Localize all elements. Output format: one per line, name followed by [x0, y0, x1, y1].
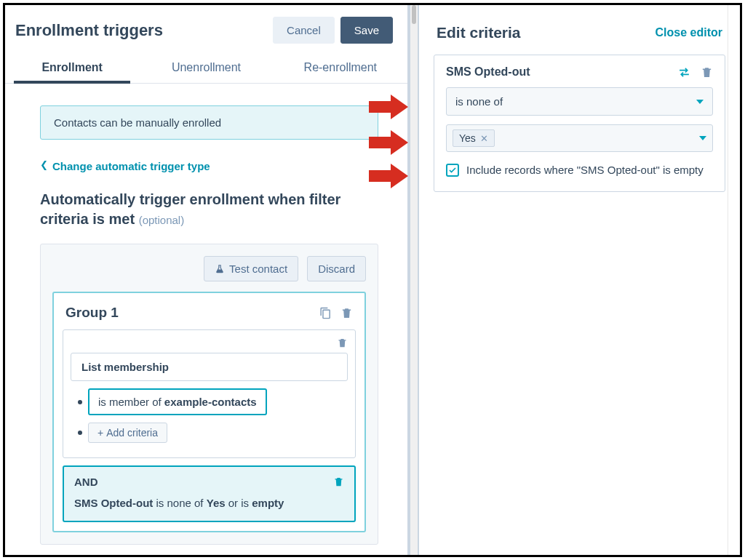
bullet-icon	[78, 400, 82, 404]
chevron-left-icon: ❯	[40, 161, 48, 172]
swap-icon[interactable]	[678, 66, 690, 79]
discard-button[interactable]: Discard	[307, 256, 366, 281]
and-criteria-block[interactable]: AND SMS Opted-out is none of Yes or is e…	[63, 465, 356, 522]
chevron-down-icon	[699, 136, 706, 140]
value-select[interactable]: Yes ✕	[446, 124, 713, 152]
filter-group: Group 1	[52, 292, 366, 532]
change-trigger-type-link[interactable]: ❯ Change automatic trigger type	[40, 160, 378, 172]
add-criteria-button[interactable]: + Add criteria	[88, 423, 167, 443]
tabs: Enrollment Unenrollment Re-enrollment	[5, 51, 407, 84]
edit-criteria-card: SMS Opted-out is none of Yes ✕	[434, 55, 725, 192]
bullet-icon	[78, 431, 82, 435]
value-tag: Yes ✕	[453, 129, 495, 147]
trash-icon[interactable]	[337, 337, 348, 348]
optional-label: (optional)	[139, 214, 185, 226]
remove-tag-icon[interactable]: ✕	[480, 133, 488, 144]
flask-icon	[215, 264, 225, 274]
tab-reenrollment[interactable]: Re-enrollment	[274, 51, 407, 83]
annotation-arrow-icon	[369, 95, 408, 119]
list-membership-label: List membership	[71, 353, 348, 381]
tab-unenrollment[interactable]: Unenrollment	[139, 51, 273, 83]
save-button[interactable]: Save	[340, 17, 393, 44]
annotation-arrow-icon	[369, 130, 408, 155]
include-empty-checkbox[interactable]	[446, 164, 459, 177]
trash-icon[interactable]	[340, 307, 353, 319]
chevron-down-icon	[696, 100, 704, 104]
trash-icon[interactable]	[701, 66, 713, 79]
cancel-button[interactable]: Cancel	[273, 17, 335, 44]
test-contact-button[interactable]: Test contact	[204, 256, 298, 281]
include-empty-label: Include records where "SMS Opted-out" is…	[466, 162, 704, 178]
close-editor-link[interactable]: Close editor	[656, 26, 722, 39]
tab-enrollment[interactable]: Enrollment	[5, 51, 139, 83]
criteria-chip[interactable]: is member of example-contacts	[88, 388, 267, 415]
annotation-arrow-icon	[369, 164, 408, 188]
change-trigger-type-label: Change automatic trigger type	[52, 160, 210, 172]
operator-select[interactable]: is none of	[446, 87, 713, 116]
vertical-scrollbar-right[interactable]	[728, 5, 740, 555]
vertical-scrollbar[interactable]	[409, 5, 419, 555]
page-title: Enrollment triggers	[15, 21, 267, 40]
and-criteria-text: SMS Opted-out is none of Yes or is empty	[74, 495, 344, 512]
manual-enroll-notice: Contacts can be manually enrolled	[40, 105, 378, 140]
edit-criteria-title: Edit criteria	[437, 24, 656, 41]
check-icon	[448, 166, 457, 175]
group-title: Group 1	[65, 305, 311, 321]
and-label: AND	[74, 476, 333, 488]
property-name: SMS Opted-out	[446, 65, 668, 79]
copy-icon[interactable]	[319, 307, 332, 319]
filter-section-heading: Automatically trigger enrollment when fi…	[40, 190, 378, 229]
plus-icon: +	[97, 427, 103, 439]
trash-icon[interactable]	[333, 476, 344, 487]
criteria-block: List membership is member of example-con…	[63, 329, 356, 458]
